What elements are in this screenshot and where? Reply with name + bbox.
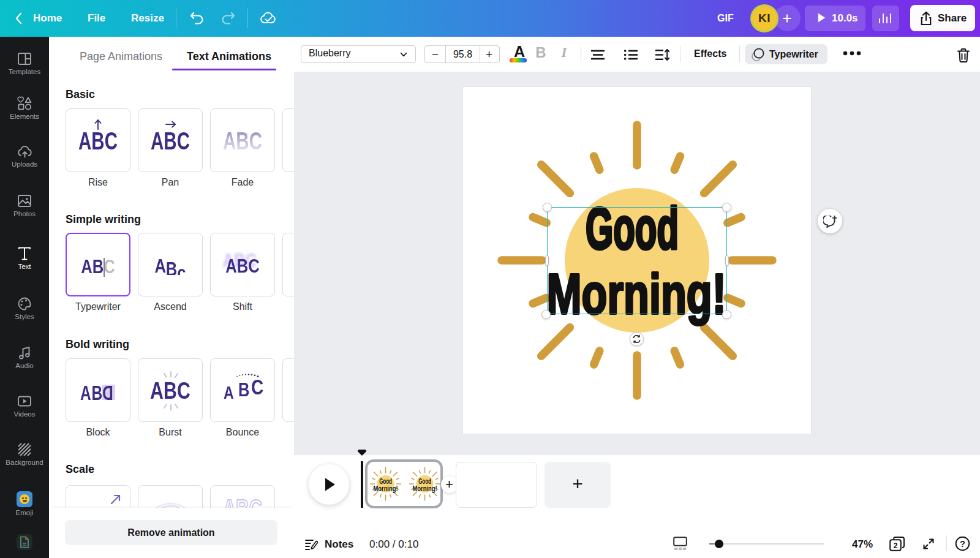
svg-text:Morning!: Morning! [413, 484, 437, 492]
svg-text:2: 2 [894, 541, 898, 550]
svg-text:?: ? [960, 539, 965, 549]
svg-text:Morning!: Morning! [374, 484, 398, 492]
